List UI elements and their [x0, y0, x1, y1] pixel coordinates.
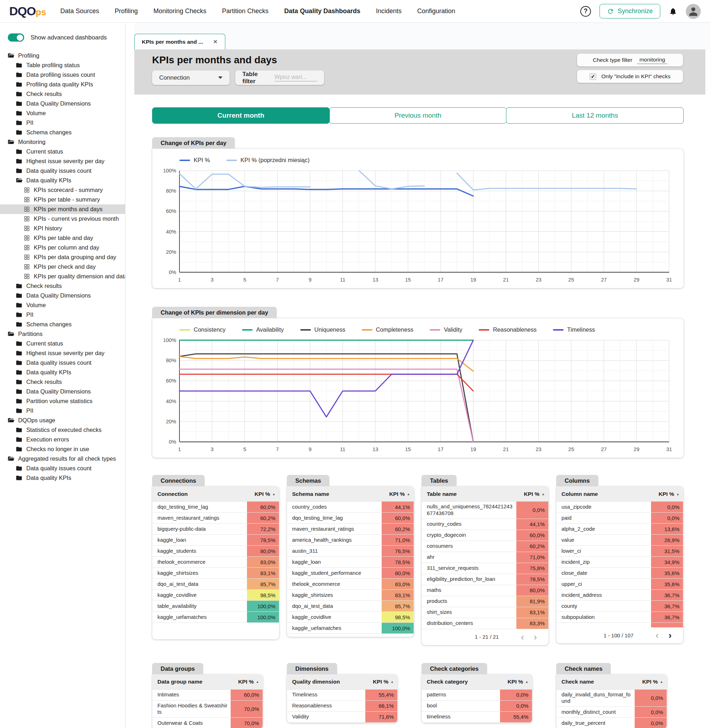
table-row[interactable]: Outerwear & Coats70,0%: [153, 718, 263, 728]
dqops-logo[interactable]: DQOps: [9, 4, 46, 18]
nav-item-profiling[interactable]: Profiling: [115, 7, 138, 15]
table-row[interactable]: maven_restaurant_ratings60,2%: [153, 512, 279, 524]
table-row[interactable]: Validity71,6%: [287, 712, 397, 723]
pagination-prev-icon[interactable]: ‹: [651, 631, 664, 640]
nav-item-data-quality-dashboards[interactable]: Data Quality Dashboards: [284, 7, 360, 15]
table-row[interactable]: kaggle_students80,0%: [153, 546, 279, 557]
sidebar-item-volume[interactable]: Volume: [0, 109, 125, 118]
nav-item-monitoring-checks[interactable]: Monitoring Checks: [154, 7, 207, 15]
table-row[interactable]: kaggle_uefamatches100,0%: [287, 623, 414, 634]
table-row[interactable]: patterns0,0%: [422, 690, 532, 701]
tab-previous-month[interactable]: Previous month: [329, 107, 507, 124]
nav-item-partition-checks[interactable]: Partition Checks: [222, 7, 268, 15]
kpi-column-header[interactable]: KPI %▲: [247, 491, 279, 497]
sidebar-item-schema-changes[interactable]: Schema changes: [0, 128, 125, 137]
table-row[interactable]: thelook_ecommerce83,0%: [287, 579, 414, 590]
table-row[interactable]: subpopulation36,7%: [556, 612, 683, 623]
sidebar-item-data-quality-dimensions[interactable]: Data Quality Dimensions: [0, 99, 125, 109]
table-row[interactable]: products81,9%: [422, 596, 548, 607]
sidebar-item-data-quality-kpis[interactable]: Data quality KPIs: [0, 368, 125, 377]
sidebar-item-kpis-current-vs-previous-month[interactable]: KPIs - current vs previous month: [0, 214, 125, 224]
table-row[interactable]: ahr71,0%: [422, 552, 548, 563]
sidebar-item-data-quality-kpis[interactable]: Data quality KPIs: [0, 473, 125, 483]
sidebar-item-kpis-per-quality-dimension-and-data-gro[interactable]: KPIs per quality dimension and data gro: [0, 272, 125, 281]
sidebar-item-kpis-scorecard-summary[interactable]: KPIs scorecard - summary: [0, 185, 125, 195]
table-row[interactable]: paid0,0%: [556, 512, 683, 524]
nav-item-configuration[interactable]: Configuration: [417, 7, 455, 15]
table-row[interactable]: value26,9%: [556, 535, 683, 546]
sidebar-item-kpis-per-check-and-day[interactable]: KPIs per check and day: [0, 262, 125, 272]
table-row[interactable]: bigquery-public-data72,2%: [153, 524, 279, 535]
table-row[interactable]: daily_invalid_duns_format_found0,0%: [556, 690, 667, 707]
kpi-column-header[interactable]: KPI %▲: [516, 491, 548, 497]
table-row[interactable]: kaggle_covidlive98,5%: [153, 590, 279, 601]
nav-item-data-sources[interactable]: Data Sources: [60, 7, 99, 15]
sidebar-item-kpis-per-data-grouping-and-day[interactable]: KPIs per data grouping and day: [0, 252, 125, 262]
sidebar-item-table-profiling-status[interactable]: Table profiling status: [0, 60, 125, 70]
table-row[interactable]: close_date35,6%: [556, 568, 683, 579]
pagination-next-icon[interactable]: ›: [663, 631, 676, 640]
table-row[interactable]: dqo_ai_test_data85,7%: [153, 579, 279, 590]
sidebar-item-kpi-history[interactable]: KPI history: [0, 224, 125, 233]
sidebar-item-data-quality-issues-count[interactable]: Data quality issues count: [0, 358, 125, 368]
sidebar-item-dqops-usage[interactable]: DQOps usage: [0, 415, 125, 425]
table-row[interactable]: kaggle_loan78,5%: [153, 535, 279, 546]
sidebar-item-statistics-of-executed-checks[interactable]: Statistics of executed checks: [0, 425, 125, 435]
table-row[interactable]: incident_address36,7%: [556, 590, 683, 601]
table-row[interactable]: table_availability100,0%: [153, 601, 279, 612]
kpi-column-header[interactable]: KPI %▲: [365, 679, 397, 685]
table-row[interactable]: country_codes44,1%: [287, 502, 414, 512]
sidebar-item-profiling[interactable]: Profiling: [0, 51, 125, 60]
sidebar-item-check-results[interactable]: Check results: [0, 281, 125, 291]
sidebar-item-highest-issue-severity-per-day[interactable]: Highest issue severity per day: [0, 348, 125, 358]
sidebar-item-aggregated-results-for-all-check-types[interactable]: Aggregated results for all check types: [0, 454, 125, 464]
table-row[interactable]: nulls_and_uniqueness_7824421243677436708…: [422, 502, 548, 519]
table-row[interactable]: Fashion Hoodies & Sweatshirts70,0%: [153, 701, 263, 718]
kpi-column-header[interactable]: KPI %▲: [381, 491, 414, 497]
table-row[interactable]: kaggle_covidlive98,5%: [287, 612, 414, 623]
table-row[interactable]: monthly_distinct_count0,0%: [556, 707, 667, 718]
tab-current-month[interactable]: Current month: [152, 107, 330, 124]
kpi-column-header[interactable]: KPI %▲: [230, 679, 263, 685]
sidebar-item-profiling-data-quality-kpis[interactable]: Profiling data quality KPIs: [0, 80, 125, 89]
user-avatar[interactable]: [686, 4, 701, 19]
table-row[interactable]: county36,7%: [556, 601, 683, 612]
pagination-prev-icon[interactable]: ‹: [516, 633, 529, 641]
sidebar-item-kpis-per-months-and-days[interactable]: KPIs per months and days: [0, 204, 125, 214]
kpi-column-header[interactable]: KPI %▲: [635, 679, 667, 685]
include-in-kpi-checkbox[interactable]: ✓: [590, 73, 596, 80]
sidebar-item-data-profiling-issues-count[interactable]: Data profiling issues count: [0, 70, 125, 80]
table-row[interactable]: dqo_testing_time_lag60,0%: [287, 512, 414, 524]
table-row[interactable]: shirt_sizes83,1%: [422, 607, 548, 618]
table-row[interactable]: maven_restaurant_ratings60,2%: [287, 524, 414, 535]
advanced-dashboards-toggle[interactable]: [8, 34, 24, 42]
table-row[interactable]: america_health_rankings71,0%: [287, 535, 414, 546]
table-row[interactable]: 311_service_requests75,8%: [422, 563, 548, 574]
notifications-bell-icon[interactable]: [669, 7, 677, 16]
open-dashboard-tab[interactable]: KPIs per months and ... ✕: [134, 34, 225, 49]
sidebar-item-data-quality-dimensions[interactable]: Data Quality Dimensions: [0, 387, 125, 396]
check-type-filter-value[interactable]: monitoring: [637, 57, 667, 64]
table-row[interactable]: kaggle_loan78,5%: [287, 557, 414, 568]
sidebar-item-partitions[interactable]: Partitions: [0, 329, 125, 339]
help-icon[interactable]: ?: [580, 6, 591, 17]
sidebar-item-kpis-per-column-and-day[interactable]: KPIs per column and day: [0, 243, 125, 252]
kpi-column-header[interactable]: KPI %▲: [651, 491, 683, 497]
sidebar-item-pii[interactable]: PII: [0, 310, 125, 320]
table-row[interactable]: timeliness55,4%: [422, 712, 532, 723]
sidebar-item-execution-errors[interactable]: Execution errors: [0, 435, 125, 444]
table-row[interactable]: kaggle_shirtsizes83,1%: [287, 590, 414, 601]
table-row[interactable]: Timeliness55,4%: [287, 690, 397, 701]
nav-item-incidents[interactable]: Incidents: [376, 7, 402, 15]
sidebar-item-highest-issue-severity-per-day[interactable]: Highest issue severity per day: [0, 156, 125, 166]
sidebar-item-kpis-per-table-and-day[interactable]: KPIs per table and day: [0, 233, 125, 243]
sidebar-item-monitoring[interactable]: Monitoring: [0, 137, 125, 147]
pagination-next-icon[interactable]: ›: [529, 633, 542, 641]
synchronize-button[interactable]: Synchronize: [600, 4, 660, 19]
sidebar-item-check-results[interactable]: Check results: [0, 89, 125, 99]
sidebar-item-pii[interactable]: PII: [0, 118, 125, 128]
table-row[interactable]: kaggle_shirtsizes83,1%: [153, 568, 279, 579]
table-row[interactable]: dqo_testing_time_lag60,0%: [153, 502, 279, 512]
sidebar-item-data-quality-issues-count[interactable]: Data quality issues count: [0, 166, 125, 176]
sidebar-item-pii[interactable]: PII: [0, 406, 125, 415]
